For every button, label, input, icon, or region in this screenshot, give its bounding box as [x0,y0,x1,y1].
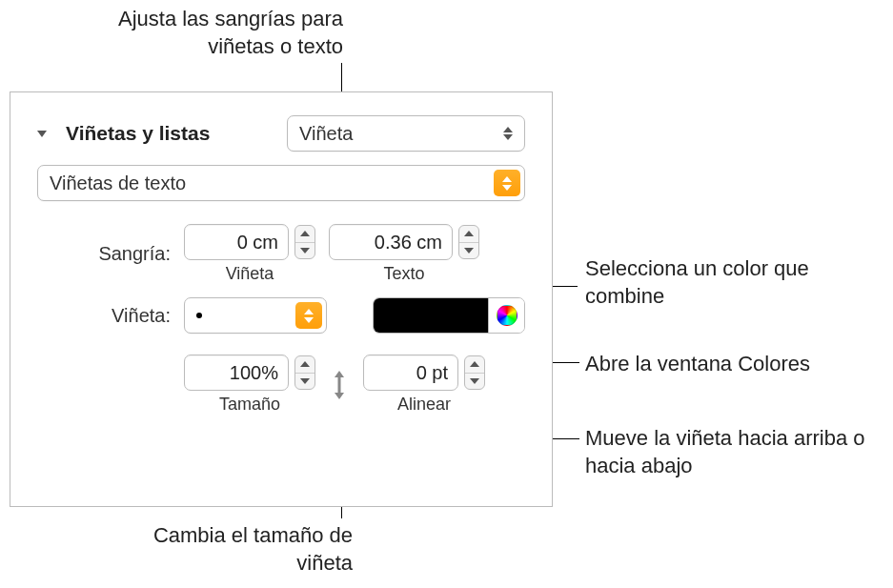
svg-marker-0 [335,371,344,377]
callout-indent: Ajusta las sangrías para viñetas o texto [95,6,343,60]
svg-marker-2 [335,393,344,399]
indent-label: Sangría: [37,243,171,265]
vertical-align-icon [329,371,350,399]
callout-color-match: Selecciona un color que combine [585,255,881,310]
color-wheel-icon [497,305,518,326]
svg-rect-1 [338,377,341,393]
bullet-char-label: Viñeta: [37,305,171,327]
chevron-down-icon [300,378,310,384]
text-indent-stepper[interactable] [458,225,479,259]
callout-colors-window: Abre la ventana Colores [585,351,890,378]
align-input[interactable]: 0 pt [363,355,458,391]
updown-icon [499,127,517,140]
size-caption: Tamaño [219,395,280,415]
bullets-lists-panel: Viñetas y listas Viñeta Viñetas de texto… [10,91,553,507]
align-caption: Alinear [397,395,451,415]
text-indent-caption: Texto [383,264,424,284]
bullet-indent-input[interactable]: 0 cm [184,224,289,260]
align-stepper[interactable] [464,355,485,390]
updown-icon [494,170,520,196]
text-indent-value: 0.36 cm [375,232,442,253]
callout-size: Cambia el tamaño de viñeta [143,522,353,577]
chevron-up-icon [464,231,474,236]
chevron-up-icon [470,361,479,367]
size-value: 100% [230,362,278,384]
bullet-style-popup[interactable]: Viñetas de texto [37,165,525,201]
color-well[interactable] [374,298,488,333]
list-type-value: Viñeta [299,123,353,145]
section-title: Viñetas y listas [66,122,210,145]
text-indent-input[interactable]: 0.36 cm [329,224,453,260]
size-stepper[interactable] [294,355,315,390]
list-type-popup[interactable]: Viñeta [287,115,525,152]
chevron-up-icon [300,361,310,367]
align-value: 0 pt [416,362,448,384]
updown-icon [295,302,322,329]
callout-align: Mueve la viñeta hacia arriba o hacia aba… [585,425,871,479]
bullet-indent-stepper[interactable] [294,225,315,259]
bullet-indent-caption: Viñeta [226,264,274,284]
bullet-style-value: Viñetas de texto [50,172,186,194]
size-input[interactable]: 100% [184,355,289,391]
bullet-indent-value: 0 cm [237,232,278,253]
chevron-down-icon [300,248,310,253]
chevron-down-icon [464,248,474,253]
color-picker-button[interactable] [488,298,524,333]
chevron-up-icon [300,231,310,236]
bullet-dot-icon [196,313,202,318]
bullet-char-popup[interactable] [184,297,327,334]
chevron-down-icon [470,378,479,384]
disclosure-triangle-icon[interactable] [37,131,47,137]
